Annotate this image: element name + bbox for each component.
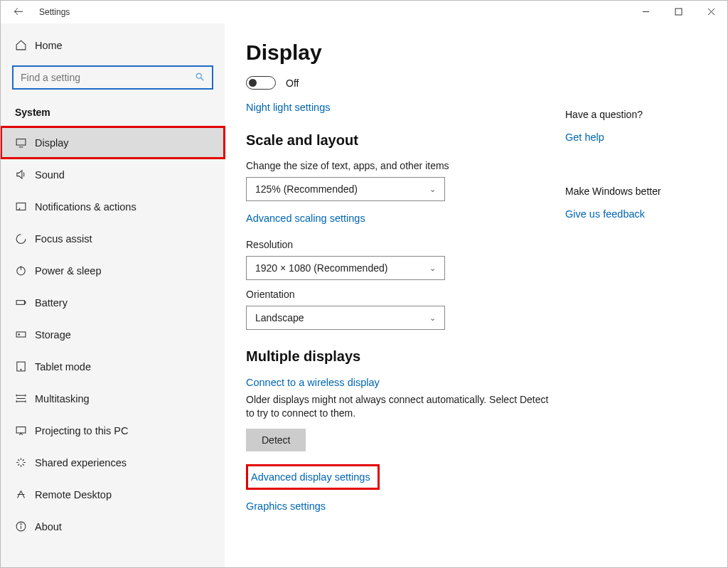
- battery-icon: [15, 296, 35, 309]
- sidebar-item-label: Remote Desktop: [35, 489, 112, 500]
- improve-heading: Make Windows better: [565, 186, 707, 197]
- advanced-display-settings-link[interactable]: Advanced display settings: [251, 471, 370, 483]
- sidebar-item-label: Tablet mode: [35, 361, 91, 373]
- sound-icon: [15, 168, 35, 181]
- sidebar-item-battery[interactable]: Battery: [1, 286, 225, 318]
- title-bar: 🡠 Settings: [1, 1, 727, 23]
- night-light-settings-link[interactable]: Night light settings: [246, 102, 330, 113]
- shared-icon: [15, 456, 35, 468]
- svg-rect-12: [24, 301, 25, 304]
- orientation-dropdown[interactable]: Landscape ⌄: [246, 306, 445, 330]
- resolution-label: Resolution: [246, 239, 706, 250]
- sidebar-item-about[interactable]: About: [1, 510, 225, 542]
- feedback-link[interactable]: Give us feedback: [565, 208, 707, 220]
- sidebar-item-display[interactable]: Display: [1, 127, 225, 159]
- svg-rect-6: [16, 139, 26, 146]
- get-help-link[interactable]: Get help: [565, 132, 707, 143]
- sidebar-item-tablet-mode[interactable]: Tablet mode: [1, 350, 225, 382]
- sidebar-item-label: Sound: [35, 169, 65, 181]
- multiple-displays-heading: Multiple displays: [246, 348, 706, 365]
- power-icon: [15, 264, 35, 277]
- multitasking-icon: [15, 392, 35, 404]
- sidebar-item-label: Notifications & actions: [35, 201, 136, 213]
- toggle-state-label: Off: [286, 77, 299, 89]
- sidebar-item-label: Focus assist: [35, 233, 92, 245]
- chevron-down-icon: ⌄: [429, 185, 436, 194]
- sidebar-item-projecting[interactable]: Projecting to this PC: [1, 414, 225, 446]
- storage-icon: [15, 328, 35, 341]
- wireless-display-link[interactable]: Connect to a wireless display: [246, 377, 380, 388]
- projecting-icon: [15, 424, 35, 436]
- sidebar-item-power-sleep[interactable]: Power & sleep: [1, 254, 225, 286]
- page-title: Display: [246, 41, 706, 65]
- maximize-button[interactable]: [662, 1, 695, 22]
- night-light-toggle[interactable]: Off: [246, 76, 706, 90]
- sidebar-item-focus-assist[interactable]: Focus assist: [1, 223, 225, 254]
- graphics-settings-link[interactable]: Graphics settings: [246, 500, 326, 512]
- svg-line-5: [201, 77, 204, 80]
- sidebar-item-multitasking[interactable]: Multitasking: [1, 382, 225, 414]
- svg-point-4: [196, 73, 201, 78]
- sidebar-item-storage[interactable]: Storage: [1, 318, 225, 350]
- sidebar-item-label: Storage: [35, 329, 71, 341]
- window-controls: [629, 1, 727, 22]
- content-area: Display Off Night light settings Scale a…: [225, 23, 727, 567]
- sidebar-item-label: Shared experiences: [35, 457, 127, 468]
- svg-point-27: [21, 524, 21, 525]
- right-pane: Have a question? Get help Make Windows b…: [565, 109, 707, 220]
- svg-rect-24: [16, 427, 26, 434]
- sidebar-item-label: Multitasking: [35, 393, 90, 404]
- resolution-value: 1920 × 1080 (Recommended): [255, 262, 387, 274]
- home-icon: [15, 39, 35, 51]
- sidebar-item-notifications[interactable]: Notifications & actions: [1, 191, 225, 223]
- search-field[interactable]: [21, 72, 195, 83]
- chevron-down-icon: ⌄: [429, 264, 436, 273]
- sidebar-item-label: About: [35, 521, 62, 532]
- sidebar: Home System Display Sound Notifications …: [1, 23, 225, 567]
- advanced-display-highlight: Advanced display settings: [246, 464, 380, 490]
- sidebar-item-sound[interactable]: Sound: [1, 159, 225, 191]
- display-icon: [15, 136, 35, 149]
- svg-rect-8: [16, 203, 26, 210]
- sidebar-item-label: Display: [35, 137, 69, 149]
- scale-dropdown[interactable]: 125% (Recommended) ⌄: [246, 177, 445, 201]
- resolution-dropdown[interactable]: 1920 × 1080 (Recommended) ⌄: [246, 256, 445, 280]
- svg-rect-13: [16, 332, 26, 337]
- chevron-down-icon: ⌄: [429, 314, 436, 323]
- svg-rect-11: [16, 301, 24, 305]
- older-displays-text: Older displays might not always connect …: [246, 393, 552, 420]
- orientation-label: Orientation: [246, 289, 706, 300]
- svg-rect-1: [675, 9, 682, 15]
- advanced-scaling-link[interactable]: Advanced scaling settings: [246, 213, 365, 224]
- home-button[interactable]: Home: [1, 31, 225, 60]
- sidebar-item-label: Projecting to this PC: [35, 425, 128, 436]
- sidebar-item-label: Power & sleep: [35, 265, 102, 277]
- back-icon[interactable]: 🡠: [14, 6, 23, 17]
- toggle-switch[interactable]: [246, 76, 276, 90]
- search-input[interactable]: [12, 65, 213, 90]
- window-title: Settings: [39, 7, 70, 17]
- notifications-icon: [15, 200, 35, 213]
- svg-point-16: [21, 369, 21, 370]
- svg-point-14: [18, 334, 19, 335]
- sidebar-item-label: Battery: [35, 297, 68, 309]
- about-icon: [15, 520, 35, 532]
- sidebar-item-shared-experiences[interactable]: Shared experiences: [1, 446, 225, 478]
- question-heading: Have a question?: [565, 109, 707, 120]
- detect-button[interactable]: Detect: [246, 429, 306, 451]
- orientation-value: Landscape: [255, 312, 304, 323]
- close-button[interactable]: [695, 1, 727, 22]
- minimize-button[interactable]: [629, 1, 662, 22]
- home-label: Home: [35, 40, 63, 51]
- category-label: System: [1, 100, 225, 127]
- search-icon: [195, 72, 205, 84]
- remote-icon: [15, 488, 35, 500]
- tablet-icon: [15, 360, 35, 373]
- focus-icon: [15, 232, 35, 245]
- scale-value: 125% (Recommended): [255, 183, 358, 195]
- sidebar-item-remote-desktop[interactable]: Remote Desktop: [1, 478, 225, 510]
